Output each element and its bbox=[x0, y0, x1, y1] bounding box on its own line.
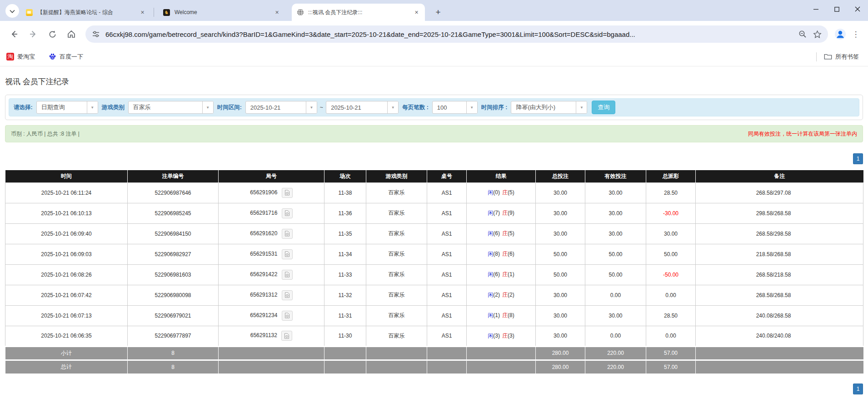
table-row: 2025-10-21 06:11:24 522906987646 6562919… bbox=[5, 182, 863, 203]
tab-bet-record[interactable]: :::视讯 会员下注纪录::: × bbox=[292, 4, 425, 21]
chevron-down-icon: ▼ bbox=[576, 101, 587, 113]
cell-bet-id: 522906981603 bbox=[128, 264, 219, 285]
chevron-down-icon: ▼ bbox=[87, 101, 98, 113]
cell-game: 百家乐 bbox=[366, 182, 427, 203]
url-text[interactable]: 66cxkj98.com/game/betrecord_search/kind3… bbox=[105, 30, 792, 38]
cell-total-bet-link[interactable]: 30.00 bbox=[536, 326, 585, 346]
cell-note: 268.58/268.58 bbox=[696, 285, 863, 305]
player-result: 闲 bbox=[488, 333, 493, 339]
address-bar[interactable]: 66cxkj98.com/game/betrecord_search/kind3… bbox=[85, 25, 828, 43]
back-button[interactable] bbox=[5, 25, 23, 43]
site-settings-icon[interactable] bbox=[92, 30, 100, 38]
zoom-icon[interactable] bbox=[798, 30, 807, 38]
video-replay-button[interactable] bbox=[282, 270, 293, 280]
profile-avatar[interactable] bbox=[832, 25, 849, 43]
close-icon[interactable]: × bbox=[273, 9, 281, 16]
video-replay-button[interactable] bbox=[281, 331, 292, 341]
date-start-select[interactable]: 2025-10-21 ▼ bbox=[245, 101, 317, 114]
page-size-select[interactable]: 100 ▼ bbox=[432, 101, 478, 114]
cell-note: 240.08/240.08 bbox=[696, 326, 863, 346]
close-window-button[interactable] bbox=[847, 0, 868, 18]
pagination-bottom: 1 bbox=[5, 384, 863, 394]
cell-result: 闲(7)庄(9) bbox=[467, 203, 536, 223]
svg-text:du: du bbox=[51, 57, 54, 59]
cell-round: 656291132 bbox=[219, 326, 324, 346]
cell-total-bet-link[interactable]: 30.00 bbox=[536, 182, 585, 203]
cell-result: 闲(6)庄(5) bbox=[467, 223, 536, 244]
cell-payout: 28.50 bbox=[646, 305, 696, 326]
cell-payout: 50.00 bbox=[646, 244, 696, 264]
forward-button[interactable] bbox=[25, 25, 42, 43]
page-1-button[interactable]: 1 bbox=[853, 384, 863, 394]
cell-total-bet-link[interactable]: 30.00 bbox=[536, 305, 585, 326]
col-bet-id: 注单编号 bbox=[128, 170, 219, 182]
browser-tab-strip: 【新提醒】海燕策略论坛 - 综合 × ♞ Welcome × :::视讯 会员下… bbox=[0, 0, 868, 21]
cell-total-bet-link[interactable]: 50.00 bbox=[536, 244, 585, 264]
col-session: 场次 bbox=[324, 170, 366, 182]
game-kind-select[interactable]: 百家乐 ▼ bbox=[128, 101, 214, 114]
subtotal-label: 小计 bbox=[5, 346, 128, 360]
bookmark-baidu[interactable]: du 百度一下 bbox=[49, 53, 83, 61]
bookmarks-bar: 淘 爱淘宝 du 百度一下 所有书签 bbox=[0, 47, 868, 66]
tab-forum[interactable]: 【新提醒】海燕策略论坛 - 综合 × bbox=[21, 4, 151, 21]
refresh-button[interactable] bbox=[44, 25, 61, 43]
video-replay-button[interactable] bbox=[282, 311, 293, 321]
home-button[interactable] bbox=[63, 25, 80, 43]
video-replay-button[interactable] bbox=[282, 208, 293, 218]
cell-note: 268.58/297.08 bbox=[696, 182, 863, 203]
cell-bet-id: 522906984150 bbox=[128, 223, 219, 244]
maximize-button[interactable] bbox=[826, 0, 847, 18]
all-bookmarks-button[interactable]: 所有书签 bbox=[824, 53, 859, 61]
video-replay-button[interactable] bbox=[282, 229, 293, 239]
info-bar: 币别 : 人民币 | 总共 :8 注单 | 同局有效投注，统一计算在该局第一张注… bbox=[5, 125, 863, 142]
tab-title: Welcome bbox=[175, 9, 269, 15]
close-icon[interactable]: × bbox=[139, 9, 146, 16]
cell-result: 闲(6)庄(1) bbox=[467, 264, 536, 285]
bookmark-star-icon[interactable] bbox=[813, 30, 822, 39]
total-row: 总计 8 280.00 220.00 57.00 bbox=[5, 360, 863, 374]
cell-round: 656291531 bbox=[219, 244, 324, 264]
video-replay-button[interactable] bbox=[282, 290, 293, 300]
page-1-button[interactable]: 1 bbox=[853, 153, 863, 164]
player-result: 闲 bbox=[488, 230, 493, 237]
tab-search-button[interactable] bbox=[5, 4, 19, 18]
col-game: 游戏类别 bbox=[366, 170, 427, 182]
browser-menu-icon[interactable]: ⋮ bbox=[849, 25, 863, 43]
cell-total-bet-link[interactable]: 30.00 bbox=[536, 285, 585, 305]
cell-total-bet-link[interactable]: 30.00 bbox=[536, 203, 585, 223]
minimize-button[interactable] bbox=[805, 0, 826, 18]
cell-payout: -50.00 bbox=[646, 264, 696, 285]
query-type-select[interactable]: 日期查询 ▼ bbox=[36, 101, 98, 114]
video-replay-button[interactable] bbox=[282, 249, 293, 259]
chevron-down-icon: ▼ bbox=[387, 101, 398, 113]
tab-welcome[interactable]: ♞ Welcome × bbox=[158, 4, 285, 21]
col-total-bet: 总投注 bbox=[536, 170, 585, 182]
cell-payout: 0.00 bbox=[646, 285, 696, 305]
cell-session: 11-31 bbox=[324, 305, 366, 326]
video-replay-button[interactable] bbox=[282, 188, 293, 198]
player-result: 闲 bbox=[488, 312, 493, 318]
cell-valid-bet: 30.00 bbox=[585, 182, 646, 203]
tab-title: :::视讯 会员下注纪录::: bbox=[308, 9, 409, 16]
cell-round: 656291234 bbox=[219, 305, 324, 326]
cell-bet-id: 522906979021 bbox=[128, 305, 219, 326]
date-end-select[interactable]: 2025-10-21 ▼ bbox=[326, 101, 399, 114]
tilde-separator: ~ bbox=[320, 104, 323, 111]
sort-select[interactable]: 降幂(由大到小) ▼ bbox=[511, 101, 587, 114]
cell-total-bet-link[interactable]: 30.00 bbox=[536, 223, 585, 244]
welcome-favicon: ♞ bbox=[163, 9, 170, 16]
new-tab-button[interactable]: + bbox=[432, 6, 444, 19]
tab-separator bbox=[154, 8, 154, 17]
cell-bet-id: 522906985245 bbox=[128, 203, 219, 223]
cell-time: 2025-10-21 06:11:24 bbox=[5, 182, 128, 203]
cell-game: 百家乐 bbox=[366, 223, 427, 244]
cell-session: 11-32 bbox=[324, 285, 366, 305]
cell-table: AS1 bbox=[427, 264, 467, 285]
col-result: 结果 bbox=[467, 170, 536, 182]
close-icon[interactable]: × bbox=[413, 9, 420, 16]
cell-total-bet-link[interactable]: 50.00 bbox=[536, 264, 585, 285]
bookmark-taobao[interactable]: 淘 爱淘宝 bbox=[6, 53, 35, 61]
search-button[interactable]: 查询 bbox=[592, 101, 615, 114]
player-result: 闲 bbox=[488, 189, 493, 196]
table-row: 2025-10-21 06:09:03 522906982927 6562915… bbox=[5, 244, 863, 264]
